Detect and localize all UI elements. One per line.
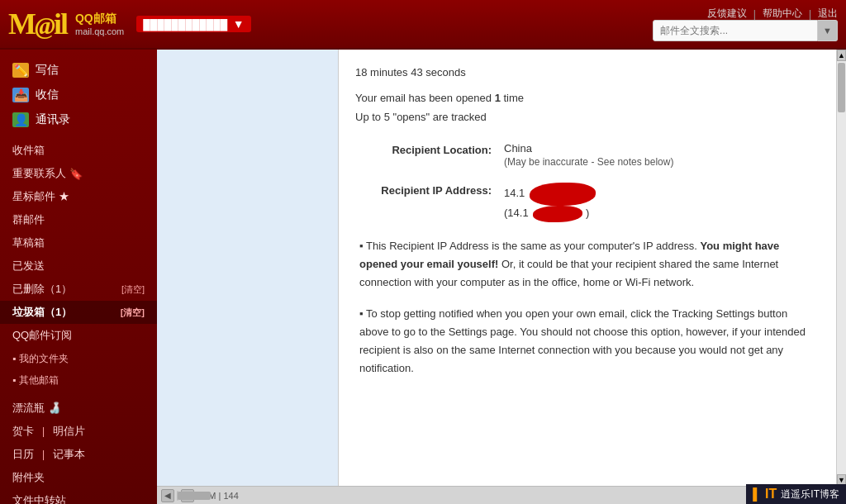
sidebar-trash[interactable]: 垃圾箱（1） [清空] xyxy=(0,301,157,324)
draft-label: 草稿箱 xyxy=(12,235,45,250)
feedback-link[interactable]: 反馈建议 xyxy=(707,7,747,21)
contacts-action[interactable]: 👤 通讯录 xyxy=(0,107,157,132)
ip-close-paren: ) xyxy=(586,207,589,219)
domain-label: mail.qq.com xyxy=(75,26,124,36)
right-scrollbar: ▲ ▼ xyxy=(836,50,846,486)
my-files-label: ▪ 我的文件夹 xyxy=(12,352,69,366)
ip-line2: (14.1 ) xyxy=(504,206,820,222)
sidebar-deleted[interactable]: 已删除（1） [清空] xyxy=(0,278,157,301)
ip-value: 14.1 (14.1 ) xyxy=(504,183,820,222)
opens-text: Your email has been opened xyxy=(355,92,495,104)
ip-redacted-blob xyxy=(530,183,596,206)
divider1: | xyxy=(753,8,756,20)
inbox-label: 收件箱 xyxy=(12,143,45,158)
location-note: (May be inaccurate - See notes below) xyxy=(504,156,820,168)
email-panel: 18 minutes 43 seconds Your email has bee… xyxy=(157,50,846,486)
trash-clear[interactable]: [清空] xyxy=(121,307,145,319)
header: M@il QQ邮箱 mail.qq.com ████████████ ▼ 反馈建… xyxy=(0,0,846,50)
subscription-label: QQ邮件订阅 xyxy=(12,328,72,343)
watermark: ▌ IT 逍遥乐IT博客 xyxy=(746,484,846,504)
write-label: 写信 xyxy=(36,63,59,78)
ip-paren: (14.1 xyxy=(504,207,529,219)
tracking-opens: Your email has been opened 1 time Up to … xyxy=(355,88,820,127)
logout-link[interactable]: 退出 xyxy=(818,7,838,21)
search-input[interactable] xyxy=(653,20,818,41)
bottom-scroll-thumb xyxy=(178,492,211,500)
bottom-scrollbar[interactable] xyxy=(177,491,178,501)
starred-label: 星标邮件 ★ xyxy=(12,189,69,204)
sidebar-subscription[interactable]: QQ邮件订阅 xyxy=(0,324,157,347)
deleted-clear[interactable]: [清空] xyxy=(121,283,145,296)
sidebar-calendar-row[interactable]: 日历 | 记事本 xyxy=(0,443,157,466)
receive-label: 收信 xyxy=(36,88,59,102)
scrollbar-thumb xyxy=(838,63,845,112)
search-button[interactable]: ▼ xyxy=(818,20,838,41)
tracking-note2: To stop getting notified when you open y… xyxy=(355,305,820,378)
opens-unit: time xyxy=(501,92,524,104)
ip-line1: 14.1 xyxy=(504,183,820,206)
watermark-text: 逍遥乐IT博客 xyxy=(781,487,839,502)
scrollbar-track xyxy=(837,61,846,474)
tracking-section: 18 minutes 43 seconds Your email has bee… xyxy=(355,62,820,395)
sidebar-starred[interactable]: 星标邮件 ★ xyxy=(0,185,157,208)
deleted-label: 已删除（1） xyxy=(12,282,72,297)
receive-icon: 📥 xyxy=(12,88,29,102)
logo-area: M@il QQ邮箱 mail.qq.com ████████████ ▼ xyxy=(8,7,251,41)
receive-action[interactable]: 📥 收信 xyxy=(0,83,157,107)
calendar-label: 日历 xyxy=(12,447,34,462)
greeting-card-label: 贺卡 xyxy=(12,424,34,439)
file-transfer-label: 文件中转站 xyxy=(12,493,66,504)
help-link[interactable]: 帮助中心 xyxy=(763,7,802,21)
sidebar-group[interactable]: 群邮件 xyxy=(0,208,157,231)
ip-prefix: 14.1 xyxy=(504,187,525,199)
location-value: China (May be inaccurate - See notes bel… xyxy=(504,142,820,168)
sidebar-sent[interactable]: 已发送 xyxy=(0,254,157,278)
divider2: | xyxy=(809,8,811,20)
location-country: China xyxy=(504,142,820,155)
content-area: 18 minutes 43 seconds Your email has bee… xyxy=(157,50,846,504)
ip-label: Recipient IP Address: xyxy=(355,183,504,222)
main-layout: ✏️ 写信 📥 收信 👤 通讯录 收件箱 重要联系人 🔖 星标邮件 ★ 群邮件 xyxy=(0,50,846,504)
bottom-bar: ◀ ▶ AM | 144 xyxy=(157,486,846,504)
sidebar-other-mail[interactable]: ▪ 其他邮箱 xyxy=(0,368,157,390)
tracking-note1: This Recipient IP Address is the same as… xyxy=(355,237,820,292)
bottom-nav: ◀ ▶ xyxy=(161,489,194,502)
sidebar-important[interactable]: 重要联系人 🔖 xyxy=(0,162,157,185)
watermark-logo: IT xyxy=(765,487,777,502)
opens-line1: Your email has been opened 1 time xyxy=(355,88,820,107)
search-bar: ▼ xyxy=(653,20,838,41)
detail-pane[interactable]: 18 minutes 43 seconds Your email has bee… xyxy=(339,50,836,486)
sidebar-greeting-card-row[interactable]: 贺卡 | 明信片 xyxy=(0,420,157,443)
postcard-label[interactable]: 明信片 xyxy=(53,424,85,439)
scrollbar-up-btn[interactable]: ▲ xyxy=(837,50,846,61)
important-label: 重要联系人 🔖 xyxy=(12,166,83,181)
sidebar-my-files[interactable]: ▪ 我的文件夹 xyxy=(0,347,157,368)
sidebar: ✏️ 写信 📥 收信 👤 通讯录 收件箱 重要联系人 🔖 星标邮件 ★ 群邮件 xyxy=(0,50,157,504)
write-action[interactable]: ✏️ 写信 xyxy=(0,58,157,83)
contacts-icon: 👤 xyxy=(12,112,29,127)
sidebar-attachment[interactable]: 附件夹 xyxy=(0,466,157,489)
watermark-divider: ▌ xyxy=(753,487,761,501)
notebook-label[interactable]: 记事本 xyxy=(53,447,85,462)
sidebar-file-transfer[interactable]: 文件中转站 xyxy=(0,489,157,504)
write-icon: ✏️ xyxy=(12,63,29,78)
drift-bottle-label: 漂流瓶 🍶 xyxy=(12,401,61,416)
attachment-label: 附件夹 xyxy=(12,470,45,485)
contacts-label: 通讯录 xyxy=(36,112,70,127)
qq-label: QQ邮箱 xyxy=(75,12,124,26)
user-bar: 反馈建议 | 帮助中心 | 退出 xyxy=(707,7,838,21)
tracking-location-field: Recipient Location: China (May be inaccu… xyxy=(355,142,820,168)
divider-spacer2 xyxy=(0,390,157,397)
location-label: Recipient Location: xyxy=(355,142,504,168)
sidebar-drift-bottle[interactable]: 漂流瓶 🍶 xyxy=(0,397,157,420)
sidebar-inbox[interactable]: 收件箱 xyxy=(0,139,157,162)
logo-qq: QQ邮箱 mail.qq.com xyxy=(75,12,124,36)
note1-prefix: This Recipient IP Address is the same as… xyxy=(366,240,700,252)
tracking-ip-field: Recipient IP Address: 14.1 (14.1 ) xyxy=(355,183,820,222)
tracking-time: 18 minutes 43 seconds xyxy=(355,66,820,78)
other-mail-label: ▪ 其他邮箱 xyxy=(12,373,59,388)
sidebar-draft[interactable]: 草稿箱 xyxy=(0,231,157,254)
group-label: 群邮件 xyxy=(12,212,45,227)
nav-left-arrow[interactable]: ◀ xyxy=(161,489,174,502)
opens-count: 1 xyxy=(495,92,501,104)
